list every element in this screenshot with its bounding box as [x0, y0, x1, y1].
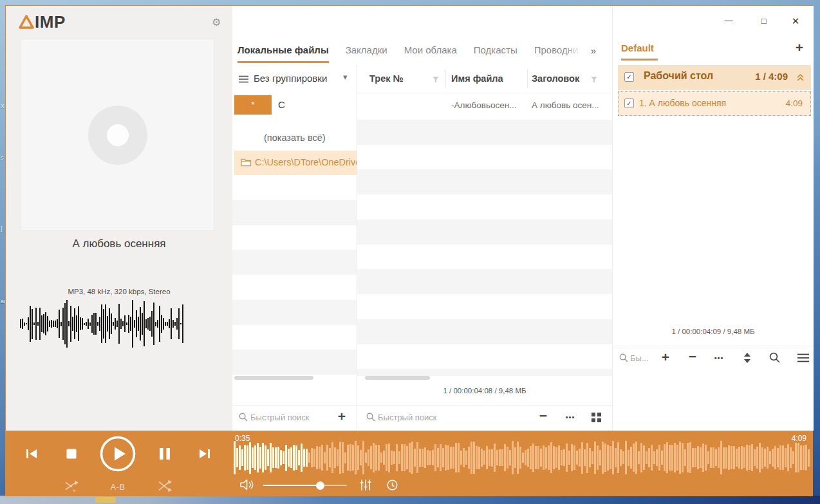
- taskbar-strip: [0, 496, 820, 504]
- menu-hamburger-icon[interactable]: [797, 353, 809, 362]
- search-icon: [366, 413, 375, 422]
- more-options-button[interactable]: •••: [563, 408, 578, 425]
- volume-speaker-icon[interactable]: [240, 479, 254, 490]
- playlist-track-duration: 4:09: [786, 98, 803, 108]
- playlist-track-row[interactable]: ✓ 1. А любовь осенняя 4:09: [618, 91, 811, 116]
- files-search-bar: − •••: [357, 405, 612, 428]
- search-icon: [619, 353, 628, 362]
- column-divider: [445, 70, 446, 88]
- drive-group-label: C: [278, 99, 285, 110]
- tab-local-files[interactable]: Локальные файлы: [238, 37, 329, 63]
- shuffle-button[interactable]: [157, 480, 172, 492]
- next-track-button[interactable]: [198, 447, 212, 461]
- collapse-group-icon[interactable]: [796, 73, 805, 82]
- player-bar: A-B 0:35 4:09: [6, 431, 812, 496]
- tree-panel: Без группировки ▾ * C (показать всё) C:\…: [232, 65, 357, 431]
- library-tabs: Локальные файлы Закладки Мои облака Подк…: [238, 34, 596, 65]
- tree-search-input[interactable]: [250, 411, 328, 424]
- playlist-tab-underline: [621, 59, 658, 61]
- column-title[interactable]: Заголовок: [532, 73, 579, 84]
- add-playlist-button[interactable]: +: [792, 39, 807, 56]
- sleep-timer-clock-icon[interactable]: [387, 480, 398, 490]
- folder-path-text: C:\Users\DTore\OneDrive: [255, 157, 357, 167]
- desktop-background: X s ] ag IMP ⚙ А любовь осенняя MP3, 48 …: [0, 0, 820, 504]
- playlist-panel: Default + ✓ Рабочий стол 1 / 4:09 ✓ 1. А…: [612, 6, 814, 431]
- previous-track-button[interactable]: [24, 447, 39, 461]
- files-status-text: 1 / 00:00:04:08 / 9,48 МБ: [357, 387, 612, 395]
- playlist-tab-default[interactable]: Default: [621, 42, 654, 53]
- repeat-button[interactable]: [64, 480, 79, 492]
- aimp-window: IMP ⚙ А любовь осенняя MP3, 48 kHz, 320 …: [5, 5, 813, 496]
- playlist-group-summary: 1 / 4:09: [755, 71, 788, 82]
- remove-button[interactable]: −: [536, 408, 551, 425]
- file-list-header: Трек № Имя файла Заголовок: [357, 65, 612, 93]
- tree-horizontal-scrollbar[interactable]: [234, 376, 313, 380]
- desktop-icon-label-fragment: s: [1, 154, 4, 161]
- tab-bookmarks[interactable]: Закладки: [346, 37, 387, 63]
- playlist-search-input[interactable]: [630, 351, 658, 364]
- files-search-input[interactable]: [378, 411, 507, 424]
- disc-hole: [107, 124, 129, 146]
- column-divider: [527, 70, 528, 88]
- track-checkbox[interactable]: ✓: [624, 98, 634, 108]
- tab-explorer[interactable]: Проводни: [534, 37, 582, 63]
- desktop-icon-label-fragment: X: [1, 103, 5, 109]
- filter-funnel-icon[interactable]: [591, 77, 597, 83]
- playlist-group-name: Рабочий стол: [644, 70, 713, 82]
- tab-my-clouds[interactable]: Мои облака: [404, 37, 457, 63]
- stop-button[interactable]: [66, 449, 77, 460]
- grouping-menu-icon[interactable]: [239, 75, 248, 83]
- grid-view-icon[interactable]: [592, 413, 601, 422]
- group-checkbox[interactable]: ✓: [624, 72, 634, 82]
- drive-group-badge[interactable]: *: [234, 95, 272, 115]
- tree-search-bar: +: [232, 405, 357, 428]
- now-playing-panel: IMP ⚙ А любовь осенняя MP3, 48 kHz, 320 …: [6, 6, 232, 431]
- add-button[interactable]: +: [334, 408, 349, 425]
- aimp-logo: IMP: [19, 15, 66, 29]
- aimp-logo-triangle-icon: [19, 15, 34, 29]
- taskbar-folder-icon: [95, 497, 116, 503]
- pause-button[interactable]: [158, 447, 171, 461]
- ab-repeat-button[interactable]: A-B: [110, 482, 125, 492]
- seek-waveform[interactable]: [234, 441, 807, 474]
- volume-knob[interactable]: [316, 481, 324, 490]
- column-file-name[interactable]: Имя файла: [451, 73, 503, 84]
- now-playing-title: А любовь осенняя: [6, 238, 232, 250]
- sort-order-icon[interactable]: [744, 353, 750, 363]
- track-waveform-visualization: [20, 297, 186, 351]
- disc-icon: [88, 106, 147, 165]
- play-button[interactable]: [99, 435, 136, 472]
- tabs-overflow-icon[interactable]: »: [591, 44, 596, 56]
- close-button[interactable]: ✕: [788, 14, 803, 29]
- chevron-down-icon[interactable]: ▾: [343, 72, 348, 82]
- grouping-dropdown[interactable]: Без группировки: [254, 73, 327, 84]
- column-track-no[interactable]: Трек №: [369, 73, 404, 84]
- search-icon: [239, 413, 248, 422]
- playlist-status-text: 1 / 00:00:04:09 / 9,48 МБ: [613, 328, 814, 335]
- volume-slider[interactable]: [263, 485, 347, 486]
- tab-podcasts[interactable]: Подкасты: [474, 37, 517, 63]
- files-panel: Трек № Имя файла Заголовок -Алюбовьосен.…: [357, 65, 612, 431]
- settings-gear-icon[interactable]: ⚙: [212, 16, 221, 28]
- remove-track-button[interactable]: −: [685, 349, 700, 366]
- files-horizontal-scrollbar[interactable]: [365, 376, 430, 380]
- aimp-logo-text: IMP: [35, 15, 66, 29]
- minimize-button[interactable]: —: [721, 14, 736, 29]
- file-list-empty-rows: [357, 94, 612, 376]
- filter-funnel-icon[interactable]: [433, 77, 439, 83]
- album-art-placeholder: [21, 39, 214, 231]
- equalizer-icon[interactable]: [360, 480, 371, 490]
- playlist-track-name: 1. А любовь осенняя: [639, 98, 726, 108]
- folder-icon: [241, 158, 252, 167]
- library-section: Локальные файлы Закладки Мои облака Подк…: [232, 6, 612, 431]
- now-playing-format-info: MP3, 48 kHz, 320 kbps, Stereo: [6, 288, 232, 295]
- playlist-group-row[interactable]: ✓ Рабочий стол 1 / 4:09: [618, 65, 811, 90]
- search-tool-icon[interactable]: [769, 352, 780, 363]
- maximize-button[interactable]: □: [756, 14, 772, 29]
- add-track-button[interactable]: +: [658, 349, 673, 366]
- folder-path-item[interactable]: C:\Users\DTore\OneDrive: [234, 151, 357, 175]
- volume-fill: [263, 485, 320, 486]
- more-options-button[interactable]: •••: [711, 349, 727, 366]
- playlist-search-bar: + − •••: [613, 346, 814, 369]
- show-all-link[interactable]: (показать всё): [264, 133, 326, 143]
